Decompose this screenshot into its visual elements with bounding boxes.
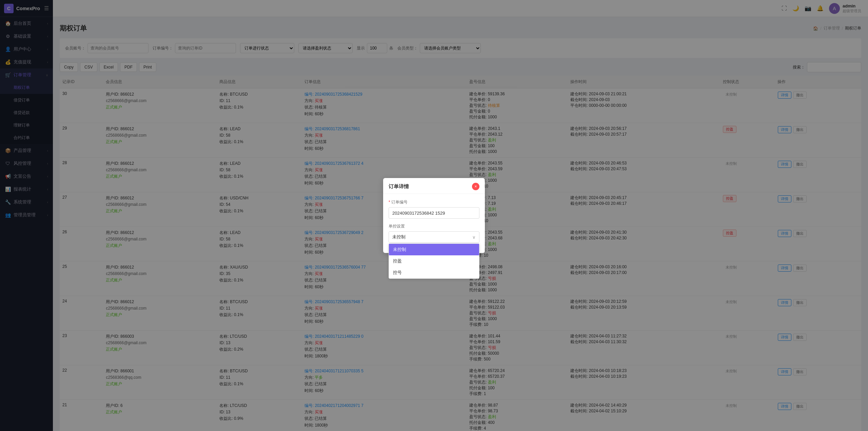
modal-body: * 订单编号 单控设置 未控制 ∨ 未控制 控盈 控号 (383, 194, 485, 253)
control-select[interactable]: 未控制 ∨ (389, 231, 479, 243)
control-dropdown: 未控制 控盈 控号 (389, 243, 479, 279)
modal-title: 订单详情 (389, 183, 409, 190)
control-field: 单控设置 未控制 ∨ 未控制 控盈 控号 (389, 223, 479, 243)
control-select-value: 未控制 (392, 234, 406, 240)
dropdown-item-win[interactable]: 控盈 (389, 255, 479, 267)
dropdown-item-none[interactable]: 未控制 (389, 244, 479, 255)
order-id-field: * 订单编号 (389, 199, 479, 219)
order-id-input[interactable] (389, 207, 479, 219)
control-select-wrapper: 未控制 ∨ 未控制 控盈 控号 (389, 231, 479, 243)
order-detail-modal: 订单详情 × * 订单编号 单控设置 未控制 ∨ (383, 178, 485, 253)
chevron-down-icon: ∨ (472, 235, 476, 240)
control-label: 单控设置 (389, 223, 479, 229)
modal-close-button[interactable]: × (472, 183, 479, 190)
dropdown-item-no[interactable]: 控号 (389, 267, 479, 278)
order-id-label: * 订单编号 (389, 199, 479, 205)
modal-header: 订单详情 × (383, 178, 485, 194)
modal-overlay[interactable]: 订单详情 × * 订单编号 单控设置 未控制 ∨ (0, 0, 868, 431)
